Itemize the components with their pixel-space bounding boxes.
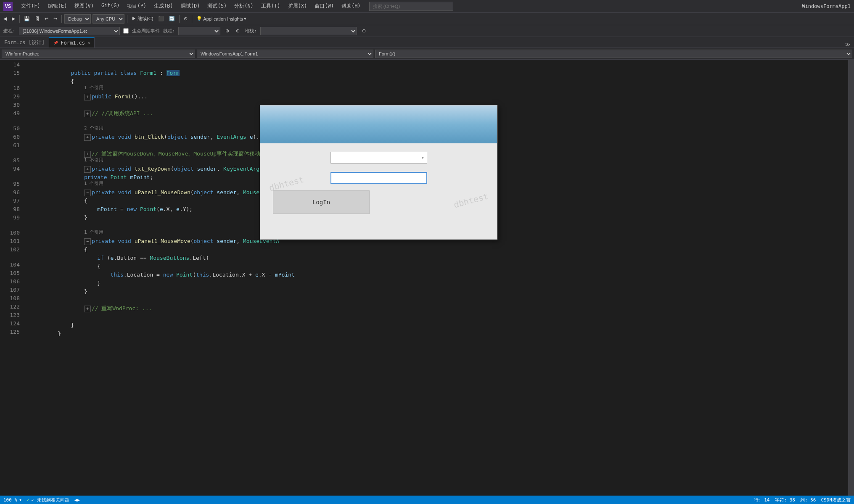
status-bar: 100 % ▾ ✓ ✓ 未找到相关问题 ◀▶ 行: 14 字符: 38 列: 5… <box>0 496 854 504</box>
line-numbers: 14 15 16 29 30 49 50 60 61 85 94 95 96 9… <box>0 60 23 496</box>
menu-file[interactable]: 文件(F) <box>18 1 44 11</box>
zoom-dropdown-icon: ▾ <box>19 497 22 503</box>
status-right: 行: 14 字符: 38 列: 56 CSDN塔成之窗 <box>754 497 851 503</box>
preview-role-dropdown[interactable]: ▾ <box>330 152 427 164</box>
tab-form-design[interactable]: Form.cs [设计] <box>0 37 49 47</box>
toolbar-forward[interactable]: ▶ <box>10 15 17 22</box>
menu-test[interactable]: 测试(S) <box>204 1 230 11</box>
thread-nav2-btn[interactable]: ⊕ <box>234 27 241 34</box>
lifecycle-checkbox[interactable] <box>123 28 129 34</box>
tabs-bar: Form.cs [设计] 📌 Form1.cs ✕ ≫ <box>0 37 854 48</box>
tab-form1[interactable]: 📌 Form1.cs ✕ <box>49 37 95 47</box>
member-dropdown[interactable]: Form1() <box>375 50 852 58</box>
nav-bar: WinformPracitce WindowsFormsApp1.Form1 F… <box>0 48 854 60</box>
process-bar: 进程: [31036] WindowsFormsApp1.e: 生命周期事件 线… <box>0 25 854 37</box>
sep3 <box>127 15 127 23</box>
platform-dropdown[interactable]: Any CPU <box>93 14 124 24</box>
menu-window[interactable]: 窗口(W) <box>311 1 337 11</box>
namespace-dropdown[interactable]: WinformPracitce <box>2 50 195 58</box>
lifecycle-label: 生命周期事件 <box>132 28 160 34</box>
code-line-123: } <box>23 313 848 321</box>
toolbar-redo[interactable]: ↪ <box>52 15 59 22</box>
code-line-107 <box>23 288 848 296</box>
tab-pin-icon: 📌 <box>53 41 58 45</box>
toolbar-back[interactable]: ◀ <box>2 15 8 22</box>
app-insights-btn[interactable]: 💡 Application Insights ▾ <box>195 15 248 22</box>
menu-view[interactable]: 视图(V) <box>71 1 97 11</box>
thread-dropdown[interactable] <box>178 27 220 35</box>
menu-extensions[interactable]: 扩展(X) <box>285 1 311 11</box>
app-insights-icon: 💡 <box>196 16 202 21</box>
menu-build[interactable]: 生成(B) <box>151 1 177 11</box>
code-line-108: +// 重写WndProc: ... <box>23 296 848 304</box>
menu-git[interactable]: Git(G) <box>98 1 123 11</box>
sep1 <box>19 15 20 23</box>
code-line-106: } <box>23 279 848 288</box>
toolbar-save[interactable]: 💾 <box>22 15 32 22</box>
stack-dropdown[interactable] <box>260 27 357 35</box>
app-name: WindowsFormsApp1 <box>802 3 851 9</box>
menu-help[interactable]: 帮助(H) <box>338 1 364 11</box>
menu-items: 文件(F) 编辑(E) 视图(V) Git(G) 项目(P) 生成(B) 调试(… <box>18 1 364 11</box>
col-info: 列: 56 <box>800 497 816 503</box>
preview-input-wrapper <box>273 172 484 184</box>
tab-close-btn[interactable]: ✕ <box>87 40 90 45</box>
menu-debug[interactable]: 调试(D) <box>177 1 204 11</box>
debug-config-dropdown[interactable]: Debug <box>64 14 91 24</box>
code-line-125 <box>23 330 848 338</box>
tabs-overflow-btn[interactable]: ≫ <box>842 42 854 47</box>
continue-btn[interactable]: ▶ 继续(C) <box>130 15 155 23</box>
error-nav-btn[interactable]: ◀▶ <box>74 497 80 503</box>
breakpoints-btn[interactable]: ⊙ <box>182 15 189 22</box>
title-bar-right: WindowsFormsApp1 <box>802 3 851 9</box>
title-bar: VS 文件(F) 编辑(E) 视图(V) Git(G) 项目(P) 生成(B) … <box>0 0 854 13</box>
toolbar: ◀ ▶ 💾 🗄 ↩ ↪ Debug Any CPU ▶ 继续(C) ⬛ 🔄 ⊙ … <box>0 13 854 25</box>
preview-header <box>260 106 497 143</box>
app-insights-label: Application Insights <box>203 16 243 21</box>
app-insights-dropdown-icon: ▾ <box>244 16 246 21</box>
preview-login-btn[interactable]: LogIn <box>273 190 370 214</box>
process-dropdown[interactable]: [31036] WindowsFormsApp1.e: <box>19 27 120 35</box>
title-search-input[interactable] <box>369 2 453 11</box>
process-label: 进程: <box>3 28 16 34</box>
restart-btn[interactable]: 🔄 <box>167 15 177 22</box>
tab-form1-label: Form1.cs <box>61 40 85 46</box>
thread-label: 线程: <box>163 28 175 34</box>
vertical-scrollbar[interactable] <box>848 60 854 496</box>
stack-label: 堆栈: <box>245 28 257 34</box>
menu-project[interactable]: 项目(P) <box>124 1 150 11</box>
thread-nav-btn[interactable]: ⊕ <box>224 27 231 34</box>
preview-body: ▾ LogIn <box>260 143 497 222</box>
toolbar-save-all[interactable]: 🗄 <box>33 16 41 22</box>
char-info: 字符: 38 <box>775 497 796 503</box>
zoom-level[interactable]: 100 % ▾ <box>3 497 22 503</box>
toolbar-undo[interactable]: ↩ <box>43 15 50 22</box>
sdn-info: CSDN塔成之窗 <box>821 497 851 503</box>
sep2 <box>61 15 62 23</box>
code-line-124: } <box>23 321 848 330</box>
zoom-value: 100 % <box>3 497 17 503</box>
menu-analyze[interactable]: 分析(N) <box>231 1 257 11</box>
vs-logo: VS <box>3 2 13 11</box>
class-dropdown[interactable]: WindowsFormsApp1.Form1 <box>197 50 373 58</box>
stop-btn[interactable]: ⬛ <box>156 15 166 22</box>
status-ok: ✓ ✓ 未找到相关问题 <box>27 497 69 503</box>
preview-window: ▾ LogIn dbhtest dbhtest <box>260 105 497 240</box>
preview-login-label: LogIn <box>312 199 330 206</box>
preview-dropdown-wrapper: ▾ <box>273 152 484 164</box>
tab-form-design-label: Form.cs [设计] <box>4 39 45 46</box>
code-line-14: public partial class Form1 : Form <box>23 61 848 69</box>
menu-tools[interactable]: 工具(T) <box>258 1 284 11</box>
sep5 <box>192 15 192 23</box>
menu-edit[interactable]: 编辑(E) <box>45 1 71 11</box>
preview-username-input[interactable] <box>330 172 427 184</box>
code-line-104: this.Location = new Point(this.Location.… <box>23 262 848 271</box>
preview-btn-wrapper: LogIn <box>273 190 484 214</box>
dropdown-arrow-icon: ▾ <box>421 156 424 160</box>
nav-arrows-icon: ◀▶ <box>74 497 80 503</box>
sep4 <box>179 15 180 23</box>
code-line-16: +public Form1()... <box>23 84 848 92</box>
code-line-102: if (e.Button == MouseButtons.Left) <box>23 245 848 254</box>
stack-expand-btn[interactable]: ⊕ <box>360 27 368 34</box>
status-ok-text: ✓ 未找到相关问题 <box>31 497 69 503</box>
